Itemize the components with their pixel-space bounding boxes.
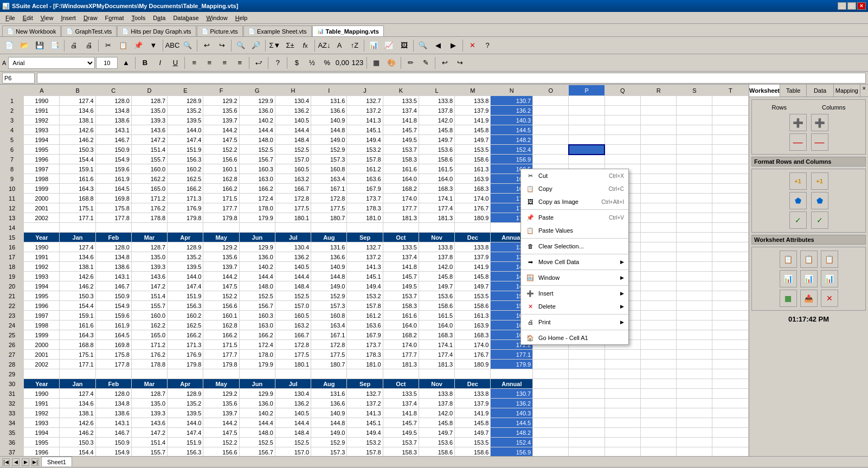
ctx-print[interactable]: 🖨 Print ▶ — [521, 316, 628, 329]
cell-r13c6[interactable]: 179.8 — [203, 213, 239, 223]
cell-r23c6[interactable]: 160.1 — [203, 311, 239, 320]
cell-r37c4[interactable]: 155.7 — [131, 447, 167, 457]
cell-r3c8[interactable]: 140.5 — [275, 116, 311, 125]
cell-r36c5[interactable]: 151.9 — [168, 438, 203, 447]
cell-r16c10[interactable]: 132.7 — [347, 242, 383, 252]
cell-q-row7[interactable] — [605, 155, 640, 164]
cell-q-row29[interactable] — [605, 369, 640, 379]
cell-s-row6[interactable] — [677, 145, 712, 155]
row-header-8[interactable]: 8 — [1, 164, 24, 174]
cell-q-row36[interactable] — [605, 438, 640, 447]
panel-remove-col-btn[interactable]: — — [811, 133, 828, 151]
cell-r10c12[interactable]: 168.3 — [419, 184, 454, 194]
cell-q-row2[interactable] — [605, 106, 640, 116]
font-size-input[interactable] — [96, 57, 118, 69]
cell-r23c5[interactable]: 160.2 — [168, 311, 203, 320]
cell-r35c11[interactable]: 149.5 — [383, 428, 419, 438]
cell-r10c13[interactable]: 168.3 — [455, 184, 491, 194]
cell-r28c10[interactable]: 181.0 — [347, 360, 383, 369]
cell-s-row11[interactable] — [677, 194, 712, 203]
cell-r8c8[interactable]: 160.5 — [275, 164, 311, 174]
cell-r6c3[interactable]: 150.9 — [95, 145, 131, 155]
cell-s-row9[interactable] — [677, 174, 712, 184]
btn-align-center[interactable]: ≡ — [202, 56, 216, 70]
cell-r26c4[interactable]: 171.2 — [131, 340, 167, 350]
cell-r31c8[interactable]: 130.4 — [275, 389, 311, 399]
tab-table-mapping[interactable]: 📊 Table_Mapping.vts — [312, 25, 384, 36]
cell-year-row8[interactable]: 1997 — [24, 164, 60, 174]
cell-r-row18[interactable] — [640, 262, 676, 272]
menu-help[interactable]: Help — [232, 14, 251, 22]
row-header-28[interactable]: 28 — [1, 360, 24, 369]
cell-r17c5[interactable]: 135.2 — [168, 252, 203, 262]
col-header-d[interactable]: D — [131, 85, 167, 96]
cell-r-row26[interactable] — [640, 340, 676, 350]
cell-year-row34[interactable]: 1993 — [24, 418, 60, 428]
cell-r26c9[interactable]: 172.8 — [311, 340, 347, 350]
cell-r1c2[interactable]: 127.4 — [60, 96, 95, 106]
cell-r32c8[interactable]: 136.2 — [275, 399, 311, 408]
btn-integer[interactable]: 123 — [350, 56, 364, 70]
cell-r26c13[interactable]: 174.0 — [455, 340, 491, 350]
cell-r3c4[interactable]: 139.3 — [131, 116, 167, 125]
panel-remove-row-btn[interactable]: — — [789, 133, 807, 151]
cell-r35c4[interactable]: 147.2 — [131, 428, 167, 438]
cell-Nov[interactable]: Nov — [419, 233, 454, 242]
cell-r35c9[interactable]: 149.0 — [311, 428, 347, 438]
panel-attr-btn5[interactable]: 📊 — [800, 270, 818, 287]
col-header-h[interactable]: H — [275, 85, 311, 96]
cell-r4c5[interactable]: 144.0 — [168, 125, 203, 135]
cell-t-row33[interactable] — [712, 408, 749, 418]
cell-t-row35[interactable] — [712, 428, 749, 438]
cell-r37c13[interactable]: 158.6 — [455, 447, 491, 457]
cell-r6c2[interactable]: 150.3 — [60, 145, 95, 155]
row-header-36[interactable]: 36 — [1, 438, 24, 447]
cell-p-row33[interactable] — [569, 408, 605, 418]
cell-r8c11[interactable]: 161.6 — [383, 164, 419, 174]
cell-s-row23[interactable] — [677, 311, 712, 320]
cell-r29c8[interactable] — [275, 369, 311, 379]
cell-r6c7[interactable]: 152.5 — [239, 145, 275, 155]
cell-r6c11[interactable]: 153.7 — [383, 145, 419, 155]
row-header-1[interactable]: 1 — [1, 96, 24, 106]
cell-s-row22[interactable] — [677, 301, 712, 311]
cell-s-row7[interactable] — [677, 155, 712, 164]
panel-format-btn1[interactable]: +1 — [789, 172, 807, 190]
menu-file[interactable]: File — [2, 14, 18, 22]
cell-p-row1[interactable] — [569, 96, 605, 106]
col-header-l[interactable]: L — [419, 85, 454, 96]
cell-r8c6[interactable]: 160.1 — [203, 164, 239, 174]
cell-r14c5[interactable] — [168, 223, 203, 233]
cell-r-row1[interactable] — [640, 96, 676, 106]
cell-t-row28[interactable] — [712, 360, 749, 369]
row-header-16[interactable]: 16 — [1, 242, 24, 252]
cell-t-row18[interactable] — [712, 262, 749, 272]
cell-r23c4[interactable]: 160.0 — [131, 311, 167, 320]
cell-r34c10[interactable]: 145.1 — [347, 418, 383, 428]
cell-r26c5[interactable]: 171.3 — [168, 340, 203, 350]
cell-r6c13[interactable]: 153.5 — [455, 145, 491, 155]
cell-o-row34[interactable] — [533, 418, 569, 428]
cell-r21c7[interactable]: 152.5 — [239, 291, 275, 301]
cell-r33c10[interactable]: 141.3 — [347, 408, 383, 418]
cell-r5c3[interactable]: 146.7 — [95, 135, 131, 145]
ctx-paste[interactable]: 📌 Paste Ctrl+V — [521, 211, 628, 224]
cell-r24c4[interactable]: 162.2 — [131, 320, 167, 330]
ctx-move-cell[interactable]: ➡ Move Cell Data ▶ — [521, 255, 628, 268]
cell-t-row9[interactable] — [712, 174, 749, 184]
cell-p-row3[interactable] — [569, 116, 605, 125]
cell-r29c13[interactable] — [455, 369, 491, 379]
cell-r20c6[interactable]: 147.5 — [203, 281, 239, 291]
cell-year-row27[interactable]: 2001 — [24, 350, 60, 360]
cell-s-row31[interactable] — [677, 389, 712, 399]
cell-s-row8[interactable] — [677, 164, 712, 174]
cell-r-row21[interactable] — [640, 291, 676, 301]
cell-year-row36[interactable]: 1995 — [24, 438, 60, 447]
cell-r13c10[interactable]: 181.0 — [347, 213, 383, 223]
cell-r17c9[interactable]: 136.6 — [311, 252, 347, 262]
panel-add-row-btn[interactable]: ➕ — [789, 114, 807, 131]
cell-year-row33[interactable]: 1992 — [24, 408, 60, 418]
cell-r-row20[interactable] — [640, 281, 676, 291]
panel-attr-btn4[interactable]: 📊 — [780, 270, 797, 287]
panel-attr-btn9[interactable]: ✕ — [821, 290, 838, 307]
